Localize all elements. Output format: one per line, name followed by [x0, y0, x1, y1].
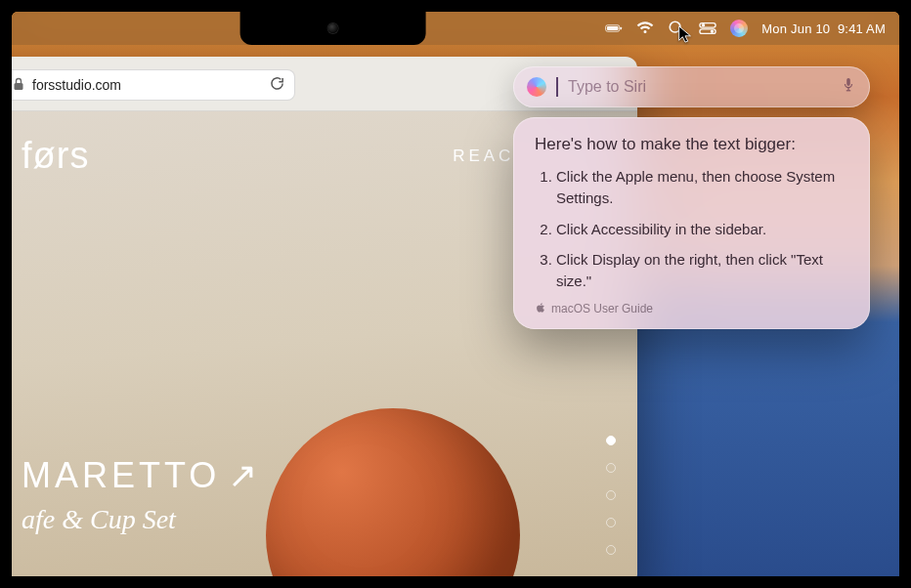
siri-heading: Here's how to make the text bigger: [535, 135, 848, 154]
siri-input-bar[interactable]: Type to Siri [513, 66, 870, 107]
mouse-cursor-icon [676, 25, 694, 47]
lock-icon [13, 77, 24, 94]
reload-icon[interactable] [270, 76, 284, 94]
control-center-icon[interactable] [699, 20, 716, 37]
siri-step: Click Accessibility in the sidebar. [556, 219, 848, 240]
siri-menu-icon[interactable] [730, 20, 748, 37]
siri-source-text: macOS User Guide [551, 302, 653, 315]
carousel-dot[interactable] [606, 518, 616, 527]
hero-section: MARETTO↗ afe & Cup Set [22, 455, 261, 535]
svg-rect-2 [621, 27, 623, 30]
desktop-wallpaper: Mon Jun 10 9:41 AM forsstudio.com [12, 12, 899, 576]
siri-step: Click Display on the right, then click "… [556, 249, 848, 292]
hero-title: MARETTO [22, 455, 220, 496]
carousel-dot[interactable] [606, 436, 616, 445]
carousel-dot[interactable] [606, 463, 616, 473]
svg-point-6 [703, 24, 705, 26]
siri-steps-list: Click the Apple menu, then choose System… [535, 166, 848, 292]
menu-date-time[interactable]: Mon Jun 10 9:41 AM [761, 21, 886, 36]
laptop-notch [240, 12, 426, 45]
siri-icon [527, 77, 546, 97]
product-image [266, 408, 520, 584]
svg-rect-9 [846, 78, 850, 86]
site-logo[interactable]: førs [22, 135, 89, 177]
siri-source-link[interactable]: macOS User Guide [535, 302, 848, 315]
siri-response-card: Here's how to make the text bigger: Clic… [513, 117, 870, 329]
svg-rect-1 [607, 26, 619, 30]
siri-step: Click the Apple menu, then choose System… [556, 166, 848, 209]
battery-icon[interactable] [605, 20, 623, 37]
carousel-indicators [606, 436, 616, 555]
svg-rect-8 [15, 83, 23, 90]
wifi-icon[interactable] [636, 20, 654, 37]
hero-subtitle: afe & Cup Set [22, 504, 261, 535]
microphone-icon[interactable] [841, 77, 856, 97]
arrow-ne-icon: ↗ [228, 455, 261, 496]
carousel-dot[interactable] [606, 490, 616, 500]
svg-point-7 [712, 30, 714, 32]
address-bar[interactable]: forsstudio.com [2, 69, 295, 101]
menu-bar: Mon Jun 10 9:41 AM [12, 12, 899, 45]
url-text: forsstudio.com [32, 77, 121, 93]
carousel-dot[interactable] [606, 545, 616, 555]
camera-dot [328, 23, 338, 33]
text-cursor [556, 77, 558, 97]
siri-placeholder: Type to Siri [568, 78, 831, 96]
